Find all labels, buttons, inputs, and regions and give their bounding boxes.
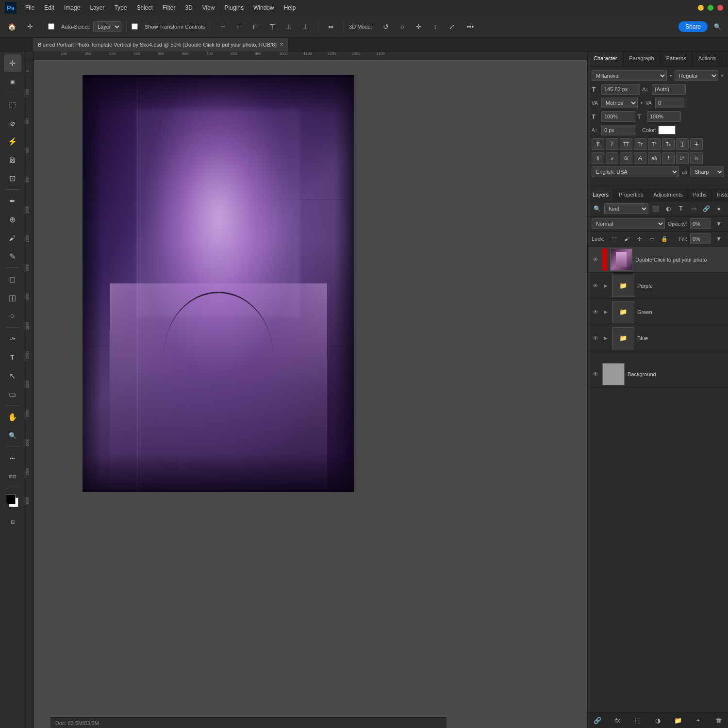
menu-type[interactable]: Type (110, 3, 131, 13)
layers-kind-select[interactable]: Kind (604, 203, 648, 214)
v-scale-input[interactable] (647, 111, 681, 122)
foreground-color[interactable] (6, 495, 16, 504)
align-middle[interactable]: ⊥ (281, 19, 297, 34)
filter-adjustment[interactable]: ◐ (663, 203, 674, 214)
add-group-btn[interactable]: 📁 (672, 714, 684, 726)
show-transform-checkbox[interactable] (132, 23, 138, 30)
maximize-button[interactable] (708, 5, 713, 11)
tracking-input[interactable] (655, 98, 684, 108)
shape-tool[interactable]: ▭ (4, 385, 21, 403)
menu-view[interactable]: View (199, 3, 219, 13)
typo-stylistic[interactable]: A (634, 152, 646, 164)
auto-select-checkbox[interactable] (48, 23, 54, 30)
font-style-select[interactable]: Regular (675, 70, 718, 81)
move-tool-btn[interactable]: ✛ (22, 19, 38, 34)
blend-mode-select[interactable]: Normal (592, 218, 665, 229)
tab-paragraph[interactable]: Paragraph (623, 51, 660, 66)
filter-smart[interactable]: 🔗 (701, 203, 711, 214)
quick-select-tool[interactable]: ⚡ (4, 132, 21, 150)
minimize-button[interactable] (698, 5, 704, 11)
language-select[interactable]: English: USA (592, 166, 679, 177)
filter-more[interactable]: ● (713, 203, 724, 214)
typo-fraction[interactable]: ½ (690, 152, 703, 164)
screen-mode[interactable]: ⊟ (4, 513, 21, 530)
artboard-tool[interactable]: ▣ (4, 73, 21, 90)
delete-layer-btn[interactable]: 🗑 (712, 714, 724, 726)
filter-shape[interactable]: ▭ (688, 203, 699, 214)
typo-ligatures[interactable]: fi (592, 152, 604, 164)
typo-small-caps[interactable]: Tт (634, 138, 646, 150)
text-color-box[interactable] (658, 126, 676, 134)
align-bottom[interactable]: ⊥ (298, 19, 313, 34)
layer-purple[interactable]: 👁 ▶ 📁 Purple (588, 273, 728, 299)
3d-orbit[interactable]: ○ (395, 19, 410, 34)
3d-scale[interactable]: ⤢ (444, 19, 460, 34)
h-scale-input[interactable] (601, 111, 635, 122)
menu-layer[interactable]: Layer (86, 3, 108, 13)
tab-adjustments[interactable]: Adjustments (648, 188, 688, 201)
move-tool[interactable]: ✛ (4, 54, 21, 72)
lock-transparent[interactable]: ⬚ (609, 234, 619, 244)
add-adjustment-btn[interactable]: ◑ (652, 714, 664, 726)
layer-green[interactable]: 👁 ▶ 📁 Green (588, 299, 728, 325)
anti-alias-select[interactable]: Sharp (690, 166, 724, 177)
layer-expand-1[interactable]: ▶ (602, 282, 609, 289)
tab-actions[interactable]: Actions (693, 51, 722, 66)
lock-all[interactable]: 🔒 (660, 234, 669, 244)
marquee-tool[interactable]: ⬚ (4, 96, 21, 113)
typo-strikethrough[interactable]: T (690, 138, 703, 150)
typo-subscript[interactable]: T₁ (662, 138, 675, 150)
layer-background[interactable]: 👁 Background (588, 361, 728, 387)
typo-superscript[interactable]: T° (648, 138, 661, 150)
fill-input[interactable] (690, 233, 711, 244)
canvas-viewport[interactable] (34, 60, 587, 728)
frame-tool[interactable]: ⊡ (4, 169, 21, 187)
baseline-input[interactable] (601, 125, 635, 135)
3d-pan[interactable]: ✛ (411, 19, 427, 34)
typo-faux-italic[interactable]: T (606, 138, 618, 150)
lock-image[interactable]: 🖌 (622, 234, 631, 244)
layer-blue[interactable]: 👁 ▶ 📁 Blue (588, 325, 728, 351)
layer-expand-2[interactable]: ▶ (602, 309, 609, 315)
align-center-h[interactable]: ⊢ (232, 19, 247, 34)
color-swatches[interactable] (4, 493, 21, 510)
dodge-tool[interactable]: ○ (4, 307, 21, 325)
layer-eye-3[interactable]: 👁 (592, 334, 599, 342)
typo-underline[interactable]: T (676, 138, 689, 150)
menu-window[interactable]: Window (249, 3, 278, 13)
opacity-input[interactable] (690, 218, 711, 229)
fill-dropdown-icon[interactable]: ▼ (713, 233, 724, 244)
leading-input[interactable] (652, 84, 686, 95)
more-options-btn[interactable]: ••• (463, 19, 478, 34)
align-left[interactable]: ⊣ (215, 19, 231, 34)
type-tool[interactable]: T (4, 348, 21, 366)
add-mask-btn[interactable]: ⬚ (632, 714, 644, 726)
tab-paths[interactable]: Paths (688, 188, 712, 201)
align-right[interactable]: ⊢ (248, 19, 264, 34)
tab-layers[interactable]: Layers (588, 188, 614, 201)
menu-3d[interactable]: 3D (181, 3, 196, 13)
path-select-tool[interactable]: ↖ (4, 367, 21, 384)
kerning-method-select[interactable]: Metrics (601, 98, 638, 108)
3d-slide[interactable]: ↕ (428, 19, 443, 34)
font-size-input[interactable] (601, 84, 640, 95)
typo-faux-bold[interactable]: T (592, 138, 604, 150)
tab-character[interactable]: Character (588, 51, 623, 66)
quick-mask-tool[interactable]: ⊡⊡ (4, 468, 21, 485)
search-button[interactable]: 🔍 (711, 20, 724, 33)
menu-select[interactable]: Select (132, 3, 156, 13)
typo-all-caps[interactable]: TT (620, 138, 632, 150)
font-family-select[interactable]: Millanova (592, 70, 667, 81)
typo-contextual[interactable]: I (662, 152, 675, 164)
clone-tool[interactable]: ✎ (4, 248, 21, 265)
layer-eye-2[interactable]: 👁 (592, 308, 599, 316)
extra-tools[interactable]: ••• (4, 449, 21, 467)
opacity-dropdown-icon[interactable]: ▼ (713, 218, 724, 229)
tab-close-icon[interactable]: ✕ (280, 42, 283, 47)
share-button[interactable]: Share (678, 21, 708, 32)
lock-artboard[interactable]: ▭ (647, 234, 657, 244)
menu-filter[interactable]: Filter (159, 3, 180, 13)
layer-double-click[interactable]: 👁 Double Click to put your photo (588, 247, 728, 273)
tab-history[interactable]: History (712, 188, 728, 201)
auto-select-dropdown[interactable]: Layer (93, 21, 121, 32)
